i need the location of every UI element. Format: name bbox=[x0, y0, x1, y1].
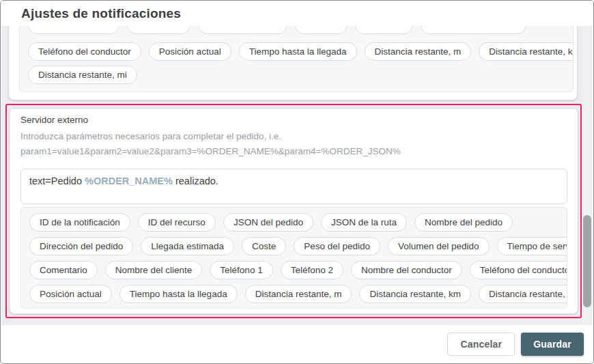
param-chip[interactable]: Teléfono del conductor bbox=[28, 42, 141, 61]
params-input-text-suffix: realizado. bbox=[173, 176, 218, 186]
param-chip[interactable]: Distancia restante, mi bbox=[28, 66, 137, 84]
param-chip[interactable]: Distancia restante, m bbox=[365, 42, 472, 61]
param-chip[interactable]: Coste bbox=[242, 237, 286, 255]
param-chip[interactable]: Posición actual bbox=[29, 285, 112, 303]
dialog-footer: Cancelar Guardar bbox=[1, 325, 593, 363]
scrollbar-thumb[interactable] bbox=[583, 215, 591, 307]
param-chip[interactable]: Dirección del pedido bbox=[29, 237, 133, 255]
param-chip[interactable]: Nombre del cliente bbox=[105, 261, 203, 279]
param-chip[interactable]: Distancia restante, km bbox=[359, 285, 471, 303]
dialog-titlebar: Ajustes de notificaciones bbox=[1, 1, 593, 26]
params-input-text: text=Pedido bbox=[29, 176, 85, 186]
param-chip[interactable]: ID del recurso bbox=[138, 213, 216, 232]
param-chip[interactable]: Volumen del pedido bbox=[388, 237, 490, 255]
param-chip[interactable]: Posición actual bbox=[149, 42, 231, 61]
param-chip-row: ID de la notificaciónID del recursoJSON … bbox=[29, 213, 558, 232]
param-chip[interactable]: JSON de la ruta bbox=[321, 213, 407, 232]
external-server-card: Servidor externo Introduzca parámetros n… bbox=[9, 108, 578, 314]
param-chip[interactable]: Distancia restante, mi bbox=[479, 285, 567, 303]
param-chip-cutoff[interactable] bbox=[355, 26, 413, 34]
order-name-token: %ORDER_NAME% bbox=[85, 176, 173, 186]
param-chip-cutoff[interactable] bbox=[295, 26, 348, 34]
param-chip-cutoff[interactable] bbox=[127, 26, 190, 34]
param-chip[interactable]: ID de la notificación bbox=[29, 213, 130, 232]
cancel-button[interactable]: Cancelar bbox=[447, 333, 515, 356]
scrollbar-track[interactable] bbox=[582, 26, 592, 326]
dialog-scroll-area: Teléfono del conductorPosición actualTie… bbox=[1, 26, 593, 326]
dialog-title: Ajustes de notificaciones bbox=[21, 6, 181, 21]
param-chip-cutoff[interactable] bbox=[198, 26, 287, 34]
param-chip-row: Posición actualTiempo hasta la llegadaDi… bbox=[29, 285, 558, 303]
param-chip[interactable]: Nombre del conductor bbox=[351, 261, 462, 279]
variables-chip-rows: Teléfono del conductorPosición actualTie… bbox=[28, 42, 565, 84]
server-chip-rows: ID de la notificaciónID del recursoJSON … bbox=[29, 213, 558, 303]
external-server-label: Servidor externo bbox=[20, 114, 567, 126]
param-chip[interactable]: Peso del pedido bbox=[294, 237, 380, 255]
param-chip-row-cutoff bbox=[28, 26, 565, 34]
param-chip[interactable]: Llegada estimada bbox=[141, 237, 234, 255]
param-chip-row: Teléfono del conductorPosición actualTie… bbox=[28, 42, 565, 61]
param-chip-cutoff[interactable] bbox=[28, 26, 119, 34]
server-params-input[interactable]: text=Pedido %ORDER_NAME% realizado. bbox=[20, 169, 567, 204]
param-chip[interactable]: Tiempo hasta la llegada bbox=[239, 42, 357, 61]
external-server-highlight: Servidor externo Introduzca parámetros n… bbox=[5, 104, 582, 318]
param-chip-row: Dirección del pedidoLlegada estimadaCost… bbox=[29, 237, 558, 255]
external-server-description: Introduzca parámetros necesarios para co… bbox=[20, 129, 567, 159]
param-chip[interactable]: Teléfono 2 bbox=[281, 261, 343, 279]
server-params-panel: ID de la notificaciónID del recursoJSON … bbox=[20, 207, 567, 309]
external-server-description-line2: param1=value1&param2=value2&param3=%ORDE… bbox=[20, 144, 567, 159]
variables-card: Teléfono del conductorPosición actualTie… bbox=[8, 26, 578, 100]
param-chip[interactable]: Tiempo hasta la llegada bbox=[119, 285, 238, 303]
save-button[interactable]: Guardar bbox=[521, 333, 584, 356]
variables-panel: Teléfono del conductorPosición actualTie… bbox=[19, 26, 574, 92]
param-chip[interactable]: Distancia restante, km bbox=[479, 42, 574, 61]
param-chip-row: ComentarioNombre del clienteTeléfono 1Te… bbox=[29, 261, 558, 279]
param-chip[interactable]: Nombre del pedido bbox=[414, 213, 513, 232]
param-chip-cutoff[interactable] bbox=[421, 26, 526, 34]
param-chip[interactable]: Teléfono del conductor bbox=[470, 261, 567, 279]
param-chip[interactable]: Distancia restante, m bbox=[245, 285, 352, 303]
param-chip-row: Distancia restante, mi bbox=[28, 66, 565, 84]
param-chip[interactable]: Tiempo de servicio bbox=[497, 237, 567, 255]
external-server-description-line1: Introduzca parámetros necesarios para co… bbox=[20, 129, 567, 144]
param-chip[interactable]: Teléfono 1 bbox=[210, 261, 272, 279]
notification-settings-dialog: Ajustes de notificaciones Teléfono del c… bbox=[0, 0, 594, 364]
param-chip[interactable]: Comentario bbox=[29, 261, 98, 279]
param-chip[interactable]: JSON del pedido bbox=[223, 213, 313, 232]
